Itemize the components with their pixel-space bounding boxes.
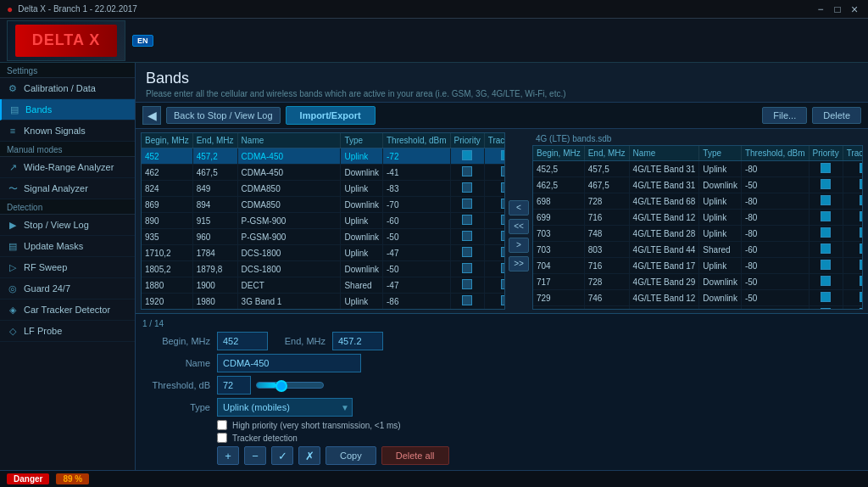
priority-checkbox [821, 244, 831, 254]
threshold-slider[interactable] [256, 382, 324, 389]
transfer-left-single-button[interactable]: < [509, 200, 529, 216]
sidebar-item-known-signals[interactable]: ≡ Known Signals [0, 120, 135, 142]
sidebar-item-wide-range[interactable]: ↗ Wide-Range Analyzer [0, 157, 135, 178]
right-table-row[interactable]: 717 728 4G/LTE Band 29 Downlink -50 [533, 274, 863, 290]
minimize-button[interactable]: − [814, 3, 827, 16]
transfer-right-single-button[interactable]: > [509, 238, 529, 253]
cancel-button[interactable]: ✗ [298, 446, 320, 465]
back-to-stop-button[interactable]: Back to Stop / View Log [166, 107, 281, 124]
priority-checkbox [821, 163, 831, 173]
remove-button[interactable]: − [244, 446, 266, 465]
sidebar-item-rf-sweep[interactable]: ▷ RF Sweep [0, 257, 135, 278]
priority-checkbox [462, 199, 472, 209]
guard-247-icon: ◎ [7, 283, 19, 294]
left-table-row[interactable]: 824 849 CDMA850 Uplink -83 [142, 181, 505, 197]
action-buttons: + − ✓ ✗ Copy Delete all [217, 446, 861, 465]
threshold-slider-container [217, 376, 324, 395]
name-input[interactable] [217, 354, 361, 372]
left-table-row[interactable]: 890 915 P-GSM-900 Uplink -60 [142, 213, 505, 229]
logo-area: DELTA X [7, 20, 125, 61]
priority-checkbox [462, 215, 472, 225]
left-table-row[interactable]: 452 457,2 CDMA-450 Uplink -72 [142, 148, 505, 165]
left-col-threshold: Threshold, dBm [382, 133, 450, 148]
tracker-checkbox [860, 260, 863, 270]
toolbar-row: ◀ Back to Stop / View Log Import/Export … [136, 102, 868, 129]
priority-checkbox [462, 263, 472, 273]
left-table-row[interactable]: 1920 1980 3G Band 1 Uplink -86 [142, 294, 505, 310]
right-col-begin: Begin, MHz [533, 146, 584, 161]
sidebar-section-settings: Settings [0, 63, 135, 78]
right-table-wrap[interactable]: Begin, MHz End, MHz Name Type Threshold,… [532, 145, 863, 310]
slider-fill [257, 383, 276, 388]
right-table-row[interactable]: 452,5 457,5 4G/LTE Band 31 Uplink -80 [533, 161, 863, 177]
left-table-row[interactable]: 869 894 CDMA850 Downlink -70 [142, 197, 505, 213]
begin-mhz-input[interactable] [217, 332, 268, 350]
left-table-row[interactable]: 935 960 P-GSM-900 Downlink -50 [142, 229, 505, 245]
priority-checkbox [462, 150, 472, 160]
add-button[interactable]: + [217, 446, 239, 465]
sidebar-item-signal-analyzer[interactable]: 〜 Signal Analyzer [0, 178, 135, 199]
language-badge[interactable]: EN [132, 35, 153, 47]
copy-button[interactable]: Copy [326, 446, 376, 465]
right-table-row[interactable]: 734 746 4G/LTE Band 17 Downlink -50 [533, 306, 863, 311]
status-bar: Danger 89 % [0, 470, 868, 487]
right-table-row[interactable]: 704 716 4G/LTE Band 17 Uplink -80 [533, 258, 863, 274]
left-table-row[interactable]: 2110 2170 3G Band 1,10 Downlink -50 [142, 310, 505, 311]
title-bar-controls: − □ × [814, 3, 861, 16]
right-col-priority: Priority [809, 146, 843, 161]
end-mhz-input[interactable] [332, 332, 383, 350]
maximize-button[interactable]: □ [831, 3, 844, 16]
left-col-name: Name [237, 133, 341, 148]
sidebar-section-detection: Detection [0, 199, 135, 215]
type-select[interactable]: Uplink (mobiles) Downlink Shared [217, 398, 353, 417]
sidebar-item-update-masks[interactable]: ▤ Update Masks [0, 236, 135, 257]
priority-checkbox [821, 276, 831, 286]
tables-area: Begin, MHz End, MHz Name Type Threshold,… [136, 129, 868, 313]
priority-checkbox [462, 279, 472, 289]
sidebar-item-calibration[interactable]: ⚙ Calibration / Data [0, 78, 135, 99]
right-table-row[interactable]: 699 716 4G/LTE Band 12 Uplink -80 [533, 210, 863, 226]
sidebar-item-lf-probe[interactable]: ◇ LF Probe [0, 321, 135, 342]
right-col-threshold: Threshold, dBm [741, 146, 809, 161]
signal-analyzer-icon: 〜 [7, 182, 19, 194]
tracker-checkbox [860, 276, 863, 286]
car-tracker-icon: ◈ [7, 304, 19, 316]
delete-all-button[interactable]: Delete all [381, 446, 449, 465]
sidebar-item-car-tracker[interactable]: ◈ Car Tracker Detector [0, 299, 135, 321]
transfer-right-all-button[interactable]: >> [509, 256, 529, 271]
left-table-row[interactable]: 1710,2 1784 DCS-1800 Uplink -47 [142, 245, 505, 261]
priority-checkbox [821, 308, 831, 310]
right-table-row[interactable]: 462,5 467,5 4G/LTE Band 31 Downlink -50 [533, 177, 863, 193]
sidebar-item-guard-247[interactable]: ◎ Guard 24/7 [0, 278, 135, 299]
left-table-row[interactable]: 1805,2 1879,8 DCS-1800 Downlink -50 [142, 261, 505, 277]
tracker-checkbox [860, 308, 863, 310]
right-table-row[interactable]: 703 803 4G/LTE Band 44 Shared -60 [533, 242, 863, 258]
back-button[interactable]: ◀ [142, 106, 161, 125]
high-priority-checkbox[interactable] [217, 420, 227, 430]
sidebar-item-bands[interactable]: ▤ Bands [0, 99, 135, 120]
right-table-row[interactable]: 698 728 4G/LTE Band 68 Uplink -80 [533, 193, 863, 210]
tracker-detection-checkbox[interactable] [217, 433, 227, 443]
sidebar-item-stop-view-log[interactable]: ▶ Stop / View Log [0, 215, 135, 236]
threshold-input[interactable] [217, 376, 251, 395]
ok-button[interactable]: ✓ [271, 446, 293, 465]
file-button[interactable]: File... [762, 107, 807, 124]
right-col-name: Name [629, 146, 699, 161]
update-masks-icon: ▤ [7, 240, 19, 252]
left-table-row[interactable]: 1880 1900 DECT Shared -47 [142, 277, 505, 294]
right-col-type: Type [699, 146, 742, 161]
transfer-left-all-button[interactable]: << [509, 219, 529, 234]
left-table-row[interactable]: 462 467,5 CDMA-450 Downlink -41 [142, 165, 505, 181]
stop-view-log-icon: ▶ [7, 219, 19, 231]
right-table: Begin, MHz End, MHz Name Type Threshold,… [533, 146, 863, 310]
left-table-wrap[interactable]: Begin, MHz End, MHz Name Type Threshold,… [141, 132, 505, 310]
left-table: Begin, MHz End, MHz Name Type Threshold,… [142, 133, 505, 310]
close-button[interactable]: × [848, 3, 861, 16]
import-export-button[interactable]: Import/Export [286, 106, 376, 125]
rf-sweep-icon: ▷ [7, 261, 19, 273]
priority-checkbox [821, 260, 831, 270]
right-table-row[interactable]: 703 748 4G/LTE Band 28 Uplink -80 [533, 226, 863, 242]
left-col-priority: Priority [450, 133, 484, 148]
right-table-row[interactable]: 729 746 4G/LTE Band 12 Downlink -50 [533, 290, 863, 306]
delete-db-button[interactable]: Delete [812, 107, 861, 124]
